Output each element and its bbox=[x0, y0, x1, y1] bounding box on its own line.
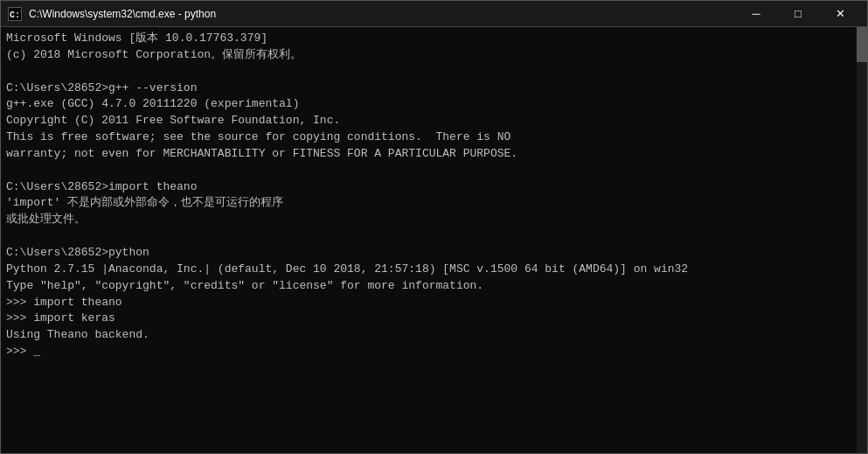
svg-text:C:\: C:\ bbox=[10, 10, 21, 20]
minimize-button[interactable]: ─ bbox=[736, 1, 776, 27]
console-output[interactable]: Microsoft Windows [版本 10.0.17763.379] (c… bbox=[1, 27, 867, 453]
maximize-button[interactable]: □ bbox=[778, 1, 818, 27]
title-bar-controls: ─ □ ✕ bbox=[736, 1, 860, 27]
scrollbar-thumb[interactable] bbox=[857, 27, 867, 62]
cmd-window: C:\ C:\Windows\system32\cmd.exe - python… bbox=[0, 0, 868, 454]
title-bar: C:\ C:\Windows\system32\cmd.exe - python… bbox=[1, 1, 867, 27]
title-bar-left: C:\ C:\Windows\system32\cmd.exe - python bbox=[8, 7, 216, 21]
scrollbar[interactable] bbox=[857, 27, 867, 453]
cmd-icon: C:\ bbox=[8, 7, 22, 21]
console-text: Microsoft Windows [版本 10.0.17763.379] (c… bbox=[6, 31, 862, 360]
close-button[interactable]: ✕ bbox=[820, 1, 860, 27]
window-title: C:\Windows\system32\cmd.exe - python bbox=[29, 8, 216, 20]
